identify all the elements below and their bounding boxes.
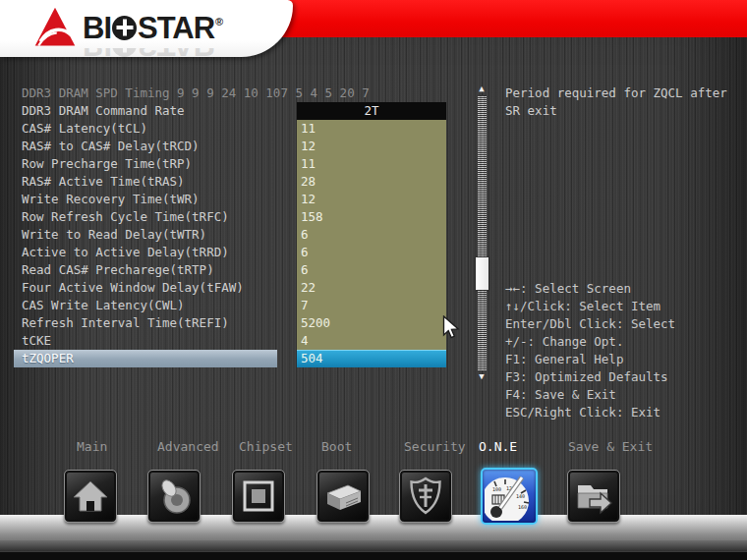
setting-value[interactable]: 5200 — [297, 314, 446, 332]
svg-text:100: 100 — [492, 486, 501, 492]
setting-label: Active to Active Delay(tRRD) — [14, 244, 297, 261]
setting-row[interactable]: Refresh Interval Time(tREFI) 5200 — [14, 314, 447, 332]
setting-value[interactable]: 12 — [297, 138, 446, 155]
setting-label: Four Active Window Delay(tFAW) — [14, 279, 297, 297]
biostar-logo-panel: BISTAR® BISTAR — [0, 0, 293, 57]
setting-value[interactable]: 6 — [297, 261, 446, 279]
setting-row[interactable]: Read CAS# Precharege(tRTP) 6 — [14, 261, 447, 279]
setting-value[interactable]: 7 — [297, 297, 446, 314]
setting-value[interactable]: 12 — [297, 191, 446, 208]
setting-label: tCKE — [14, 332, 297, 350]
dock-icon-advanced[interactable] — [147, 470, 201, 523]
hint-line: F3: Optimized Defaults — [505, 368, 743, 386]
tab-main[interactable]: Main — [77, 439, 107, 454]
dock-icon-one[interactable]: 100 120 140 160 — [481, 468, 538, 525]
hint-line: +/-: Change Opt. — [505, 333, 743, 351]
hint-line: F4: Save & Exit — [505, 386, 743, 404]
setting-label: Row Precharge Time(tRP) — [14, 155, 297, 173]
hint-line: →←: Select Screen — [505, 280, 743, 298]
setting-row[interactable]: Row Precharge Time(tRP) 11 — [14, 155, 447, 173]
folder-exit-icon — [573, 476, 614, 516]
logo-text-left: BI — [83, 13, 111, 43]
setting-label: RAS# to CAS# Delay(tRCD) — [14, 138, 297, 155]
hint-line: ESC/Right Click: Exit — [505, 404, 743, 421]
tab-boot[interactable]: Boot — [321, 439, 352, 454]
setting-value[interactable]: 22 — [297, 279, 446, 297]
setting-label: DDR3 DRAM Command Rate — [14, 102, 297, 120]
setting-label: tZQOPER — [14, 350, 277, 367]
setting-row[interactable]: tZQOPER 504 — [14, 350, 447, 367]
setting-label: Write to Read Delay(tWTR) — [14, 226, 297, 244]
setting-row[interactable]: Row Refresh Cycle Time(tRFC) 158 — [14, 208, 447, 226]
setting-label: CAS# Latency(tCL) — [14, 120, 297, 138]
svg-text:140: 140 — [516, 493, 525, 499]
bottom-bar — [0, 551, 747, 560]
setting-label: Write Recovery Time(tWR) — [14, 191, 297, 208]
registered-mark: ® — [215, 17, 222, 28]
scroll-up-icon[interactable]: ▲ — [475, 84, 488, 94]
setting-label: Refresh Interval Time(tREFI) — [14, 314, 297, 332]
chip-icon — [239, 476, 278, 516]
key-hints: →←: Select Screen↑↓/Click: Select ItemEn… — [505, 280, 743, 421]
svg-text:160: 160 — [518, 504, 527, 510]
setting-value[interactable]: 6 — [297, 244, 446, 261]
settings-list: DDR3 DRAM SPD Timing 9 9 9 24 10 107 5 4… — [14, 84, 447, 367]
setting-row[interactable]: Active to Active Delay(tRRD) 6 — [14, 244, 447, 261]
setting-value[interactable]: 11 — [297, 120, 446, 138]
hint-line: F1: General Help — [505, 351, 743, 368]
setting-row[interactable]: Write to Read Delay(tWTR) 6 — [14, 226, 447, 244]
setting-row[interactable]: Write Recovery Time(tWR) 12 — [14, 191, 447, 208]
list-scrollbar[interactable]: ▲ ▼ — [475, 84, 488, 382]
gauge-icon: 100 120 140 160 — [485, 472, 534, 521]
bios-screen: BISTAR® BISTAR DDR3 DRAM SPD Timing 9 9 … — [0, 0, 747, 560]
setting-value[interactable]: 4 — [297, 332, 446, 350]
dock: 100 120 140 160 — [0, 470, 747, 527]
scrollbar-track[interactable] — [478, 95, 487, 370]
setting-row[interactable]: RAS# Active Time(tRAS) 28 — [14, 173, 447, 191]
dock-shelf-shadow — [0, 540, 747, 551]
dock-icon-save-exit[interactable] — [567, 470, 620, 523]
setting-row[interactable]: RAS# to CAS# Delay(tRCD) 12 — [14, 138, 447, 155]
home-icon — [71, 476, 110, 516]
setting-value[interactable]: 2T — [297, 102, 446, 120]
tab-security[interactable]: Security — [404, 439, 466, 454]
tab-advanced[interactable]: Advanced — [157, 439, 219, 454]
setting-value[interactable]: 11 — [297, 155, 446, 173]
shield-icon — [406, 476, 445, 517]
setting-row[interactable]: DDR3 DRAM Command Rate 2T — [14, 102, 447, 120]
tab-save-exit[interactable]: Save & Exit — [568, 439, 653, 454]
settings-rows: DDR3 DRAM Command Rate 2T CAS# Latency(t… — [14, 102, 447, 367]
setting-label: Read CAS# Precharege(tRTP) — [14, 261, 297, 279]
dish-icon — [154, 476, 194, 516]
biostar-logo: BISTAR® — [33, 5, 222, 50]
scrollbar-thumb[interactable] — [476, 257, 488, 290]
logo-text-right: STAR — [138, 13, 214, 43]
biostar-triangle-icon — [33, 6, 77, 49]
setting-row[interactable]: Four Active Window Delay(tFAW) 22 — [14, 279, 447, 297]
setting-value[interactable]: 6 — [297, 226, 446, 244]
setting-row[interactable]: CAS# Latency(tCL) 11 — [14, 120, 447, 138]
dock-icon-security[interactable] — [399, 470, 452, 523]
setting-value[interactable]: 28 — [297, 173, 446, 191]
setting-label: Row Refresh Cycle Time(tRFC) — [14, 208, 297, 226]
dock-icon-boot[interactable] — [316, 470, 370, 523]
tab-o-n-e[interactable]: O.N.E — [479, 439, 517, 454]
setting-label: CAS Write Latency(CWL) — [14, 297, 297, 314]
setting-row[interactable]: CAS Write Latency(CWL) 7 — [14, 297, 447, 314]
tab-chipset[interactable]: Chipset — [239, 439, 293, 454]
menu-tabs: MainAdvancedChipsetBootSecurityO.N.ESave… — [0, 439, 747, 457]
help-description: Period required for ZQCL after SR exit — [505, 84, 739, 120]
setting-row[interactable]: tCKE 4 — [14, 332, 447, 350]
spd-timing-header: DDR3 DRAM SPD Timing 9 9 9 24 10 107 5 4… — [14, 84, 447, 102]
hint-line: Enter/Dbl Click: Select — [505, 315, 743, 333]
setting-value[interactable]: 158 — [297, 208, 446, 226]
hint-line: ↑↓/Click: Select Item — [505, 298, 743, 315]
scroll-down-icon[interactable]: ▼ — [475, 371, 488, 382]
dock-icon-chipset[interactable] — [232, 470, 285, 523]
dock-icon-main[interactable] — [64, 470, 117, 523]
setting-label: RAS# Active Time(tRAS) — [14, 173, 297, 191]
logo-o-star-icon — [112, 16, 137, 40]
drive-icon — [322, 476, 364, 516]
setting-value[interactable]: 504 — [297, 350, 446, 367]
